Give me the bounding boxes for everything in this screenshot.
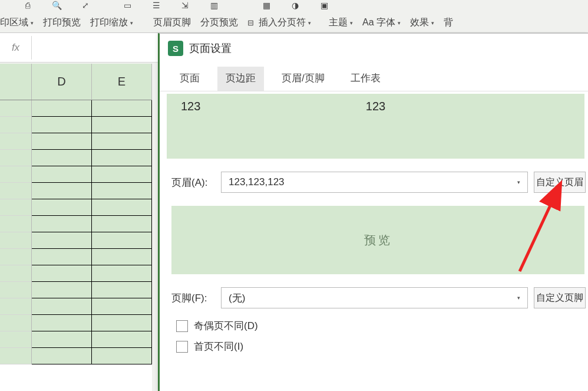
theme-toolbar-icon[interactable]: ▦ [259, 0, 273, 11]
zoom-icon[interactable]: ⤢ [78, 0, 93, 11]
cell[interactable] [92, 100, 152, 117]
cell[interactable] [32, 199, 92, 216]
footer-preview-panel: 预览 [171, 206, 584, 274]
footer-select[interactable]: (无) ▾ [221, 287, 528, 308]
cell[interactable] [92, 199, 152, 216]
header-preview-panel: 123 123 [167, 94, 584, 159]
row-header[interactable] [0, 232, 32, 249]
dialog-title: 页面设置 [189, 41, 232, 55]
custom-footer-button[interactable]: 自定义页脚 [534, 287, 586, 308]
background-label[interactable]: 背 [444, 17, 453, 29]
effects-label[interactable]: 效果▾ [410, 17, 434, 29]
tab-margin[interactable]: 页边距 [217, 67, 264, 91]
cell[interactable] [92, 183, 152, 199]
row-header[interactable] [0, 150, 32, 166]
cell[interactable] [32, 117, 92, 133]
grid-row [0, 265, 152, 282]
cell[interactable] [32, 100, 92, 117]
row-header[interactable] [0, 249, 32, 265]
chevron-down-icon: ▾ [130, 20, 133, 26]
odd-even-checkbox[interactable] [176, 320, 188, 332]
row-header[interactable] [0, 331, 32, 348]
font-label[interactable]: Aa 字体▾ [362, 17, 401, 29]
column-header-d[interactable]: D [32, 64, 92, 100]
cell[interactable] [32, 265, 92, 282]
row-header[interactable] [0, 216, 32, 232]
cell[interactable] [92, 133, 152, 150]
cell[interactable] [32, 133, 92, 150]
cell[interactable] [32, 216, 92, 232]
cell[interactable] [92, 150, 152, 166]
cell[interactable] [32, 232, 92, 249]
fx-label[interactable]: fx [0, 36, 32, 60]
header-preview-left: 123 [181, 100, 310, 153]
cell[interactable] [32, 249, 92, 265]
theme-label[interactable]: 主题▾ [329, 17, 353, 29]
cell[interactable] [32, 166, 92, 183]
column-headers: D E [0, 64, 152, 100]
cell[interactable] [32, 315, 92, 331]
row-header[interactable] [0, 298, 32, 315]
chevron-down-icon: ▾ [350, 20, 353, 26]
print-title-icon[interactable]: ☰ [149, 0, 163, 11]
cell[interactable] [32, 348, 92, 364]
column-header-e[interactable]: E [92, 64, 152, 100]
insert-page-break-label[interactable]: ⊟插入分页符▾ [247, 17, 311, 29]
custom-header-button[interactable]: 自定义页眉 [534, 172, 586, 193]
page-break-icon[interactable]: ⇲ [178, 0, 192, 11]
cell[interactable] [92, 117, 152, 133]
row-header[interactable] [0, 315, 32, 331]
print-zoom-label[interactable]: 打印缩放▾ [90, 17, 133, 29]
row-header[interactable] [0, 265, 32, 282]
cell[interactable] [92, 232, 152, 249]
cell[interactable] [32, 282, 92, 298]
show-paging-icon[interactable]: ▥ [207, 0, 221, 11]
corner-cell[interactable] [0, 64, 32, 100]
row-header[interactable] [0, 199, 32, 216]
cell[interactable] [92, 315, 152, 331]
dialog-body: 123 123 页眉(A): 123,123,123 ▾ 自定义页眉 预览 页脚… [160, 94, 588, 353]
tab-page[interactable]: 页面 [171, 67, 208, 91]
row-header[interactable] [0, 183, 32, 199]
print-preview-label[interactable]: 打印预览 [43, 17, 81, 29]
row-header[interactable] [0, 133, 32, 150]
cell[interactable] [32, 298, 92, 315]
print-area-icon[interactable]: ⎙ [21, 0, 35, 11]
header-select[interactable]: 123,123,123 ▾ [221, 172, 528, 193]
cell[interactable] [92, 265, 152, 282]
footer-field-label: 页脚(F): [171, 291, 215, 305]
row-header[interactable] [0, 166, 32, 183]
chevron-down-icon: ▾ [308, 20, 311, 26]
header-footer-label[interactable]: 页眉页脚 [153, 17, 191, 29]
picture-icon[interactable]: ▣ [317, 0, 331, 11]
tab-header-footer[interactable]: 页眉/页脚 [273, 67, 333, 91]
preview-icon[interactable]: 🔍 [49, 0, 64, 11]
first-page-checkbox-row: 首页不同(I) [176, 340, 588, 353]
spreadsheet-area: D E [0, 64, 152, 391]
row-header[interactable] [0, 282, 32, 298]
grid-row [0, 249, 152, 265]
cell[interactable] [32, 331, 92, 348]
cell[interactable] [92, 216, 152, 232]
row-header[interactable] [0, 100, 32, 117]
cell[interactable] [92, 298, 152, 315]
chevron-down-icon: ▾ [398, 20, 401, 26]
grid-row [0, 348, 152, 364]
row-header[interactable] [0, 117, 32, 133]
tab-worksheet[interactable]: 工作表 [342, 67, 389, 91]
cell[interactable] [92, 348, 152, 364]
page-break-preview-label[interactable]: 分页预览 [200, 17, 238, 29]
color-icon[interactable]: ◑ [288, 0, 302, 11]
header-footer-toolbar-icon[interactable]: ▭ [120, 0, 134, 11]
footer-select-value: (无) [229, 291, 245, 305]
cell[interactable] [92, 249, 152, 265]
cell[interactable] [32, 150, 92, 166]
first-page-checkbox[interactable] [176, 341, 188, 353]
cell[interactable] [92, 282, 152, 298]
grid-row [0, 216, 152, 232]
cell[interactable] [92, 331, 152, 348]
cell[interactable] [32, 183, 92, 199]
print-area-label[interactable]: 印区域▾ [0, 17, 34, 29]
row-header[interactable] [0, 348, 32, 364]
cell[interactable] [92, 166, 152, 183]
